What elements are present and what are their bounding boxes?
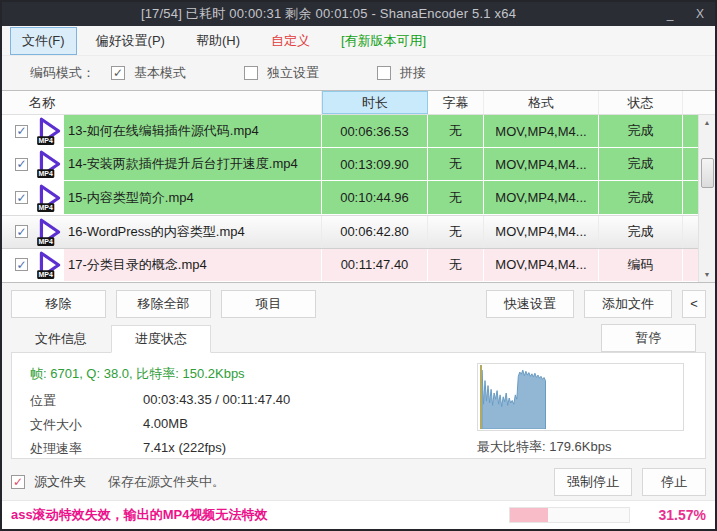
cell-subtitle: 无 bbox=[428, 181, 484, 213]
cell-format: MOV,MP4,M4... bbox=[484, 181, 599, 213]
row-checkbox[interactable] bbox=[15, 125, 28, 138]
progress-percent: 31.57% bbox=[630, 507, 706, 523]
mode-concat[interactable]: 拼接 bbox=[377, 64, 426, 82]
table-scrollbar[interactable]: ▲ ▼ bbox=[698, 115, 715, 282]
menu-preferences[interactable]: 偏好设置(P) bbox=[84, 27, 177, 55]
cell-extra bbox=[683, 115, 698, 147]
max-bitrate-label: 最大比特率: 179.6Kbps bbox=[477, 438, 705, 456]
table-row-encoding[interactable]: MP4 17-分类目录的概念.mp4 00:11:47.40 无 MOV,MP4… bbox=[2, 249, 698, 282]
encode-progress-bar bbox=[509, 507, 630, 523]
mp4-file-icon: MP4 bbox=[35, 183, 65, 213]
scroll-up-icon[interactable]: ▲ bbox=[699, 115, 715, 130]
cell-name: 16-WordPress的内容类型.mp4 bbox=[64, 216, 322, 248]
minimize-button[interactable]: _ bbox=[655, 7, 685, 21]
cell-name: 15-内容类型简介.mp4 bbox=[64, 181, 322, 213]
encode-mode-bar: 编码模式： 基本模式 独立设置 拼接 bbox=[2, 56, 715, 90]
scroll-down-icon[interactable]: ▼ bbox=[699, 267, 715, 282]
tab-file-info[interactable]: 文件信息 bbox=[11, 324, 111, 352]
table-row[interactable]: MP4 14-安装两款插件提升后台打开速度.mp4 00:13:09.90 无 … bbox=[2, 148, 698, 181]
quick-settings-button[interactable]: 快速设置 bbox=[486, 290, 574, 318]
mode-basic[interactable]: 基本模式 bbox=[111, 64, 186, 82]
row-checkbox[interactable] bbox=[15, 158, 28, 171]
encode-stats-line: 帧: 6701, Q: 38.0, 比特率: 150.2Kbps bbox=[30, 365, 477, 383]
table-row[interactable]: MP4 15-内容类型简介.mp4 00:10:44.96 无 MOV,MP4,… bbox=[2, 181, 698, 214]
add-files-button[interactable]: 添加文件 bbox=[584, 290, 672, 318]
cell-subtitle: 无 bbox=[428, 148, 484, 180]
file-size-label: 文件大小 bbox=[30, 416, 143, 434]
title-bar[interactable]: [17/54] 已耗时 00:00:31 剩余 00:01:05 - Shana… bbox=[2, 2, 715, 26]
source-folder-checkbox[interactable] bbox=[11, 475, 25, 489]
progress-fill bbox=[510, 508, 548, 522]
header-duration[interactable]: 时长 bbox=[322, 91, 428, 114]
cell-name: 13-如何在线编辑插件源代码.mp4 bbox=[64, 115, 322, 147]
header-name[interactable]: 名称 bbox=[2, 91, 322, 114]
window-title: [17/54] 已耗时 00:00:31 剩余 00:01:05 - Shana… bbox=[2, 5, 655, 23]
svg-text:MP4: MP4 bbox=[39, 204, 53, 211]
checkbox-independent-icon[interactable] bbox=[244, 66, 258, 80]
force-stop-button[interactable]: 强制停止 bbox=[554, 468, 632, 496]
remove-all-button[interactable]: 移除全部 bbox=[116, 290, 211, 318]
file-size-value: 4.00MB bbox=[143, 416, 188, 434]
menu-file[interactable]: 文件(F) bbox=[10, 27, 77, 55]
cell-duration: 00:13:09.90 bbox=[322, 148, 428, 180]
cell-status: 完成 bbox=[599, 216, 683, 248]
cell-format: MOV,MP4,M4... bbox=[484, 115, 599, 147]
mode-independent[interactable]: 独立设置 bbox=[244, 64, 319, 82]
stop-button[interactable]: 停止 bbox=[642, 468, 706, 496]
cell-extra bbox=[683, 148, 698, 180]
cell-duration: 00:06:36.53 bbox=[322, 115, 428, 147]
cell-extra bbox=[683, 181, 698, 213]
source-folder-note: 保存在源文件夹中。 bbox=[108, 473, 225, 491]
mp4-file-icon: MP4 bbox=[35, 116, 65, 146]
file-table: 名称 时长 字幕 格式 状态 MP4 1 bbox=[2, 90, 715, 283]
scrollbar-thumb[interactable] bbox=[701, 158, 714, 188]
menu-custom[interactable]: 自定义 bbox=[259, 27, 322, 55]
header-scroll-corner bbox=[698, 91, 715, 114]
row-checkbox[interactable] bbox=[15, 258, 28, 271]
menu-new-version[interactable]: [有新版本可用] bbox=[329, 27, 438, 55]
speed-value: 7.41x (222fps) bbox=[143, 440, 226, 458]
mode-basic-label: 基本模式 bbox=[134, 64, 186, 82]
row-checkbox[interactable] bbox=[15, 191, 28, 204]
svg-text:MP4: MP4 bbox=[39, 238, 53, 245]
collapse-button[interactable]: < bbox=[682, 290, 706, 318]
status-bar: ass滚动特效失效，输出的MP4视频无法特效 31.57% bbox=[2, 500, 715, 529]
encode-mode-label: 编码模式： bbox=[30, 64, 95, 82]
footer-controls: 源文件夹 保存在源文件夹中。 强制停止 停止 bbox=[2, 464, 715, 500]
header-subtitle[interactable]: 字幕 bbox=[428, 91, 484, 114]
header-extra bbox=[683, 91, 698, 114]
table-row-selected[interactable]: MP4 16-WordPress的内容类型.mp4 00:06:42.80 无 … bbox=[2, 215, 698, 249]
menu-bar: 文件(F) 偏好设置(P) 帮助(H) 自定义 [有新版本可用] bbox=[2, 26, 715, 56]
remove-button[interactable]: 移除 bbox=[11, 290, 106, 318]
cell-subtitle: 无 bbox=[428, 115, 484, 147]
svg-text:MP4: MP4 bbox=[39, 171, 53, 178]
position-value: 00:03:43.35 / 00:11:47.40 bbox=[143, 392, 290, 410]
progress-panel: 帧: 6701, Q: 38.0, 比特率: 150.2Kbps 位置 00:0… bbox=[11, 352, 706, 459]
cell-status: 完成 bbox=[599, 115, 683, 147]
bitrate-chart-svg bbox=[482, 365, 683, 429]
row-checkbox[interactable] bbox=[15, 225, 28, 238]
cell-name: 17-分类目录的概念.mp4 bbox=[64, 249, 322, 281]
table-row[interactable]: MP4 13-如何在线编辑插件源代码.mp4 00:06:36.53 无 MOV… bbox=[2, 115, 698, 148]
menu-help[interactable]: 帮助(H) bbox=[184, 27, 252, 55]
svg-text:MP4: MP4 bbox=[39, 137, 53, 144]
pause-button[interactable]: 暂停 bbox=[601, 324, 696, 352]
tab-row: 文件信息 进度状态 暂停 bbox=[2, 324, 715, 352]
cell-extra bbox=[683, 216, 698, 248]
action-button-row: 移除 移除全部 项目 快速设置 添加文件 < bbox=[2, 283, 715, 324]
close-button[interactable]: X bbox=[685, 7, 715, 21]
tab-progress-status[interactable]: 进度状态 bbox=[111, 325, 211, 353]
table-rows: MP4 13-如何在线编辑插件源代码.mp4 00:06:36.53 无 MOV… bbox=[2, 115, 698, 282]
project-button[interactable]: 项目 bbox=[221, 290, 316, 318]
cell-duration: 00:10:44.96 bbox=[322, 181, 428, 213]
cell-name: 14-安装两款插件提升后台打开速度.mp4 bbox=[64, 148, 322, 180]
cell-format: MOV,MP4,M4... bbox=[484, 216, 599, 248]
bitrate-area bbox=[482, 370, 546, 429]
cell-duration: 00:06:42.80 bbox=[322, 216, 428, 248]
checkbox-concat-icon[interactable] bbox=[377, 66, 391, 80]
header-format[interactable]: 格式 bbox=[484, 91, 599, 114]
cell-status: 完成 bbox=[599, 181, 683, 213]
header-status[interactable]: 状态 bbox=[599, 91, 683, 114]
cell-subtitle: 无 bbox=[428, 249, 484, 281]
checkbox-basic-mode-icon[interactable] bbox=[111, 66, 125, 80]
